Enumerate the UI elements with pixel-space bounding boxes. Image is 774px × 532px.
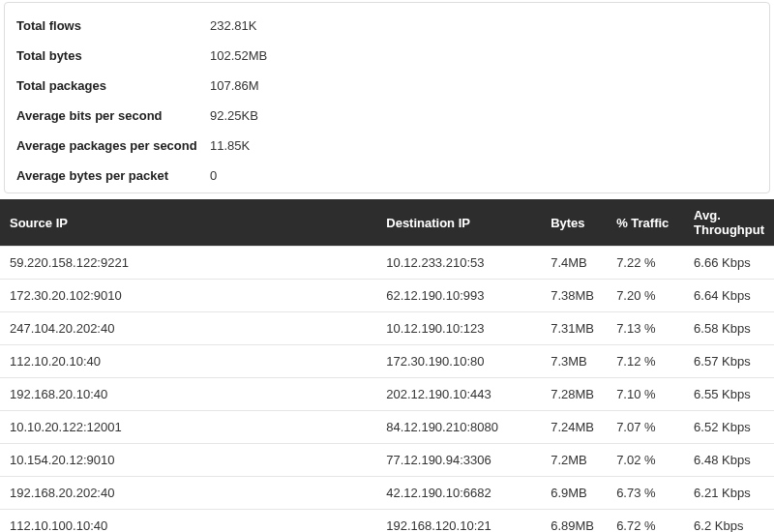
summary-row: Average bytes per packet 0 xyxy=(5,161,769,191)
traffic-table: Source IP Destination IP Bytes % Traffic… xyxy=(0,199,774,532)
cell-avg-throughput: 6.52 Kbps xyxy=(684,411,774,444)
table-row[interactable]: 112.10.20.10:40172.30.190.10:807.3MB7.12… xyxy=(0,345,774,378)
cell-source-ip: 59.220.158.122:9221 xyxy=(0,247,376,280)
cell-percent-traffic: 7.22 % xyxy=(607,247,684,280)
summary-value: 107.86M xyxy=(210,78,259,93)
cell-avg-throughput: 6.66 Kbps xyxy=(684,247,774,280)
col-header-source[interactable]: Source IP xyxy=(0,199,376,247)
col-header-destination[interactable]: Destination IP xyxy=(376,199,541,247)
cell-percent-traffic: 6.73 % xyxy=(607,477,684,510)
cell-bytes: 7.31MB xyxy=(541,312,607,345)
col-header-avg-throughput[interactable]: Avg. Throughput xyxy=(684,199,774,247)
cell-percent-traffic: 7.12 % xyxy=(607,345,684,378)
summary-label: Average packages per second xyxy=(16,138,210,153)
cell-source-ip: 10.154.20.12:9010 xyxy=(0,444,376,477)
cell-bytes: 7.28MB xyxy=(541,378,607,411)
cell-destination-ip: 10.12.190.10:123 xyxy=(376,312,541,345)
cell-bytes: 7.24MB xyxy=(541,411,607,444)
cell-destination-ip: 172.30.190.10:80 xyxy=(376,345,541,378)
summary-row: Total packages 107.86M xyxy=(5,71,769,101)
table-header-row: Source IP Destination IP Bytes % Traffic… xyxy=(0,199,774,247)
cell-percent-traffic: 7.20 % xyxy=(607,280,684,312)
table-row[interactable]: 247.104.20.202:4010.12.190.10:1237.31MB7… xyxy=(0,312,774,345)
col-header-percent-traffic[interactable]: % Traffic xyxy=(607,199,684,247)
cell-avg-throughput: 6.48 Kbps xyxy=(684,444,774,477)
cell-percent-traffic: 7.10 % xyxy=(607,378,684,411)
table-row[interactable]: 112.10.100.10:40192.168.120.10:216.89MB6… xyxy=(0,510,774,533)
summary-panel: Total flows 232.81K Total bytes 102.52MB… xyxy=(4,2,770,193)
table-row[interactable]: 10.154.20.12:901077.12.190.94:33067.2MB7… xyxy=(0,444,774,477)
cell-percent-traffic: 6.72 % xyxy=(607,510,684,533)
cell-avg-throughput: 6.21 Kbps xyxy=(684,477,774,510)
summary-value: 92.25KB xyxy=(210,108,258,123)
cell-avg-throughput: 6.57 Kbps xyxy=(684,345,774,378)
cell-destination-ip: 62.12.190.10:993 xyxy=(376,280,541,312)
cell-bytes: 6.89MB xyxy=(541,510,607,533)
table-row[interactable]: 192.168.20.202:4042.12.190.10:66826.9MB6… xyxy=(0,477,774,510)
cell-source-ip: 112.10.100.10:40 xyxy=(0,510,376,533)
cell-destination-ip: 77.12.190.94:3306 xyxy=(376,444,541,477)
table-row[interactable]: 192.168.20.10:40202.12.190.10:4437.28MB7… xyxy=(0,378,774,411)
cell-source-ip: 192.168.20.10:40 xyxy=(0,378,376,411)
cell-source-ip: 10.10.20.122:12001 xyxy=(0,411,376,444)
summary-row: Average bits per second 92.25KB xyxy=(5,101,769,131)
cell-percent-traffic: 7.07 % xyxy=(607,411,684,444)
summary-value: 102.52MB xyxy=(210,48,267,63)
cell-destination-ip: 192.168.120.10:21 xyxy=(376,510,541,533)
cell-source-ip: 172.30.20.102:9010 xyxy=(0,280,376,312)
cell-source-ip: 112.10.20.10:40 xyxy=(0,345,376,378)
col-header-bytes[interactable]: Bytes xyxy=(541,199,607,247)
summary-value: 11.85K xyxy=(210,138,250,153)
summary-value: 232.81K xyxy=(210,18,256,33)
summary-row: Average packages per second 11.85K xyxy=(5,131,769,161)
table-row[interactable]: 10.10.20.122:1200184.12.190.210:80807.24… xyxy=(0,411,774,444)
cell-percent-traffic: 7.02 % xyxy=(607,444,684,477)
cell-bytes: 7.2MB xyxy=(541,444,607,477)
cell-bytes: 6.9MB xyxy=(541,477,607,510)
summary-label: Total flows xyxy=(16,18,210,33)
cell-destination-ip: 84.12.190.210:8080 xyxy=(376,411,541,444)
table-row[interactable]: 172.30.20.102:901062.12.190.10:9937.38MB… xyxy=(0,280,774,312)
summary-row: Total bytes 102.52MB xyxy=(5,41,769,71)
cell-destination-ip: 10.12.233.210:53 xyxy=(376,247,541,280)
summary-label: Average bits per second xyxy=(16,108,210,123)
summary-label: Total bytes xyxy=(16,48,210,63)
cell-avg-throughput: 6.64 Kbps xyxy=(684,280,774,312)
summary-label: Average bytes per packet xyxy=(16,168,210,183)
cell-bytes: 7.3MB xyxy=(541,345,607,378)
cell-destination-ip: 42.12.190.10:6682 xyxy=(376,477,541,510)
cell-avg-throughput: 6.58 Kbps xyxy=(684,312,774,345)
cell-avg-throughput: 6.55 Kbps xyxy=(684,378,774,411)
cell-source-ip: 192.168.20.202:40 xyxy=(0,477,376,510)
cell-bytes: 7.4MB xyxy=(541,247,607,280)
cell-avg-throughput: 6.2 Kbps xyxy=(684,510,774,533)
summary-label: Total packages xyxy=(16,78,210,93)
cell-percent-traffic: 7.13 % xyxy=(607,312,684,345)
cell-bytes: 7.38MB xyxy=(541,280,607,312)
summary-value: 0 xyxy=(210,168,217,183)
cell-destination-ip: 202.12.190.10:443 xyxy=(376,378,541,411)
summary-row: Total flows 232.81K xyxy=(5,11,769,41)
cell-source-ip: 247.104.20.202:40 xyxy=(0,312,376,345)
table-row[interactable]: 59.220.158.122:922110.12.233.210:537.4MB… xyxy=(0,247,774,280)
